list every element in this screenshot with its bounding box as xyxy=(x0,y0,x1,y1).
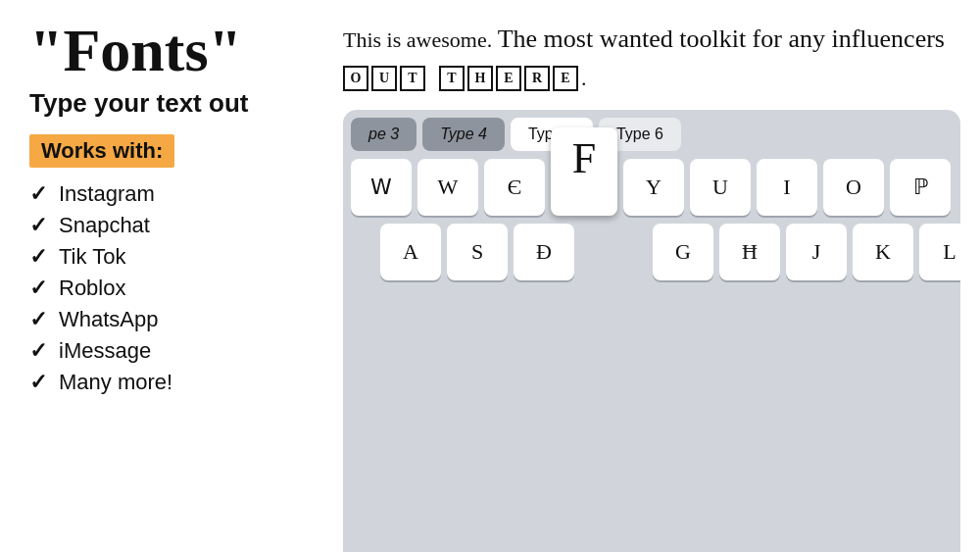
check-icon: ✓ xyxy=(29,181,49,207)
list-item-label: Many more! xyxy=(59,370,172,395)
checklist: ✓ Instagram ✓ Snapchat ✓ Tik Tok ✓ Roblo… xyxy=(29,181,304,395)
right-panel: This is awesome. The most wanted toolkit… xyxy=(333,0,980,552)
check-icon: ✓ xyxy=(29,276,49,301)
key-g[interactable]: G xyxy=(653,224,713,280)
key-s[interactable]: S xyxy=(447,224,508,280)
keyboard-rows: Ԝ W Є F Y U I O ℙ A S Đ G Ħ J K L xyxy=(351,159,953,280)
boxed-letter: T xyxy=(400,66,425,91)
period: . xyxy=(581,62,587,94)
list-item-label: Instagram xyxy=(59,181,155,207)
list-item: ✓ iMessage xyxy=(29,338,304,364)
keyboard-container: pe 3 Type 4 Type 5 Type 6 Ԝ W Є F Y U xyxy=(343,110,960,552)
key-a[interactable]: A xyxy=(380,224,441,280)
keyboard-row-2: A S Đ G Ħ J K L xyxy=(351,224,953,280)
list-item-label: Roblox xyxy=(59,276,125,301)
preview-normal: This is awesome. xyxy=(343,27,498,52)
key-d[interactable]: Đ xyxy=(514,224,574,280)
boxed-letter: U xyxy=(371,66,397,91)
boxed-letter: O xyxy=(343,66,368,91)
works-with-label: Works with: xyxy=(41,138,163,163)
check-icon: ✓ xyxy=(29,338,49,364)
list-item: ✓ Tik Tok xyxy=(29,244,304,270)
boxed-letter: H xyxy=(467,66,493,91)
key-l[interactable]: L xyxy=(919,224,960,280)
subtitle: Type your text out xyxy=(29,88,304,119)
list-item: ✓ WhatsApp xyxy=(29,307,304,332)
list-item: ✓ Many more! xyxy=(29,370,304,395)
list-item: ✓ Roblox xyxy=(29,276,304,301)
key-p[interactable]: ℙ xyxy=(890,159,951,216)
key-o[interactable]: O xyxy=(823,159,884,216)
key-f-highlighted[interactable]: F xyxy=(551,127,617,216)
key-q[interactable]: Ԝ xyxy=(351,159,412,216)
tab-type3[interactable]: pe 3 xyxy=(351,118,416,151)
boxed-letter: T xyxy=(439,66,465,91)
list-item: ✓ Snapchat xyxy=(29,213,304,238)
left-panel: "Fonts" Type your text out Works with: ✓… xyxy=(0,0,333,552)
list-item-label: iMessage xyxy=(59,338,151,364)
check-icon: ✓ xyxy=(29,307,49,332)
key-u[interactable]: U xyxy=(690,159,751,216)
keyboard-tabs: pe 3 Type 4 Type 5 Type 6 xyxy=(351,118,953,151)
boxed-letter: E xyxy=(553,66,578,91)
list-item-label: Tik Tok xyxy=(59,244,125,270)
check-icon: ✓ xyxy=(29,370,49,395)
key-h[interactable]: Ħ xyxy=(719,224,780,280)
boxed-letter: E xyxy=(496,66,521,91)
preview-text: This is awesome. The most wanted toolkit… xyxy=(343,20,960,94)
key-y[interactable]: Y xyxy=(623,159,684,216)
preview-cursive: The most wanted toolkit for any influenc… xyxy=(498,25,945,53)
list-item: ✓ Instagram xyxy=(29,181,304,207)
check-icon: ✓ xyxy=(29,244,49,270)
works-with-badge: Works with: xyxy=(29,134,174,168)
list-item-label: Snapchat xyxy=(59,213,150,238)
keyboard-row-1: Ԝ W Є F Y U I O ℙ xyxy=(351,159,953,216)
list-item-label: WhatsApp xyxy=(59,307,159,332)
key-i[interactable]: I xyxy=(757,159,817,216)
app-title: "Fonts" xyxy=(29,20,304,80)
key-j[interactable]: J xyxy=(786,224,847,280)
check-icon: ✓ xyxy=(29,213,49,238)
key-e[interactable]: Є xyxy=(484,159,545,216)
key-k[interactable]: K xyxy=(853,224,913,280)
boxed-letter: R xyxy=(524,66,550,91)
key-w[interactable]: W xyxy=(417,159,478,216)
tab-type4[interactable]: Type 4 xyxy=(422,118,505,151)
